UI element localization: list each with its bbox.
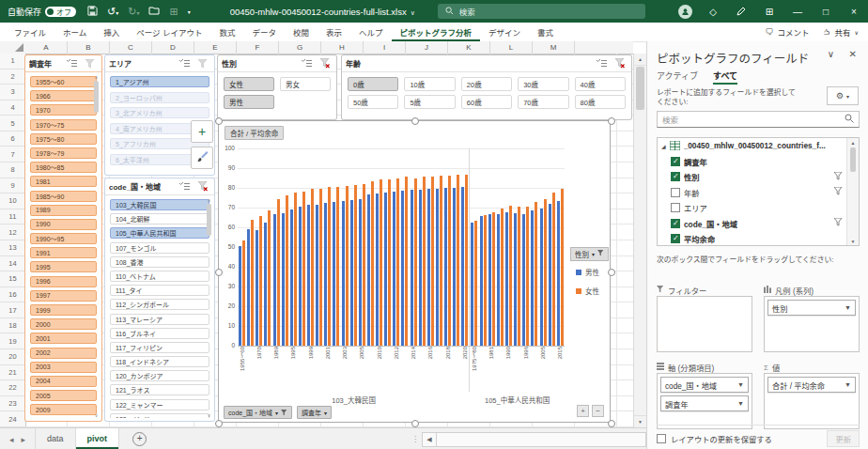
ribbon-tab-表示[interactable]: 表示 — [318, 23, 350, 41]
sheet-next-icon[interactable]: ▸ — [22, 435, 26, 444]
chart-zoom-out-button[interactable]: − — [592, 405, 604, 417]
field-item-調査年[interactable]: 調査年 — [658, 154, 846, 170]
slicer-item[interactable]: 20歳 — [461, 77, 512, 91]
multiselect-icon[interactable] — [177, 179, 193, 194]
column-headers[interactable]: ABCDEFGHIJKLM — [25, 41, 633, 54]
slicer-item[interactable]: 男女 — [280, 77, 331, 91]
legend-drop-zone[interactable]: 性別▼ — [764, 296, 860, 352]
row-header-11[interactable]: 11 — [0, 209, 25, 225]
chart-selection-handle[interactable] — [411, 420, 419, 427]
row-header-9[interactable]: 9 — [0, 178, 25, 194]
ribbon-tab-ホーム[interactable]: ホーム — [54, 23, 95, 41]
values-drop-zone[interactable]: 合計 / 平均余命▼ — [764, 373, 860, 429]
ribbon-tab-データ[interactable]: データ — [244, 23, 286, 41]
slicer-item[interactable]: 113_マレーシア — [110, 314, 209, 325]
slicer-item[interactable]: 1970 — [30, 104, 97, 116]
column-header-C[interactable]: C — [110, 41, 152, 54]
slicer-item[interactable]: 5歳 — [404, 95, 455, 109]
multiselect-icon[interactable] — [64, 56, 80, 70]
account-avatar[interactable] — [671, 0, 699, 23]
row-header-13[interactable]: 13 — [0, 240, 25, 256]
slicer-item[interactable]: 1989 — [30, 205, 97, 216]
chart-legend-field-button[interactable]: 性別▾ — [570, 247, 609, 261]
funnel-icon[interactable] — [834, 187, 843, 197]
row-header-23[interactable]: 23 — [0, 396, 25, 412]
row-header-18[interactable]: 18 — [0, 318, 25, 334]
slicer-item[interactable]: 120_カンボジア — [110, 370, 209, 381]
slicer-item[interactable]: 1990～95 — [30, 233, 97, 244]
slicer-item[interactable]: 80歳 — [575, 95, 626, 109]
document-title[interactable]: 00450-mhlw-00450012-countries-full-list.… — [230, 7, 415, 17]
chart-value-field-button[interactable]: 合計 / 平均余命 — [225, 126, 284, 140]
pane-close-icon[interactable]: ✕ — [849, 49, 857, 59]
area-pill-合計 / 平均余命[interactable]: 合計 / 平均余命▼ — [767, 377, 856, 393]
slicer-item[interactable]: 0歳 — [348, 77, 398, 91]
slicer-item[interactable]: 2002 — [30, 348, 97, 359]
slicer-item[interactable]: 60歳 — [461, 95, 512, 109]
slicer-item[interactable]: 112_シンガポール — [110, 299, 209, 310]
column-header-I[interactable]: I — [364, 41, 406, 54]
row-header-14[interactable]: 14 — [0, 256, 25, 272]
update-button[interactable]: 更新 — [827, 430, 860, 447]
pane-tab-アクティブ[interactable]: アクティブ — [657, 70, 698, 85]
pane-collapse-icon[interactable]: ∨ — [828, 49, 834, 59]
vertical-scrollbar[interactable]: ▲ ▼ — [633, 54, 646, 427]
chart-selection-handle[interactable] — [608, 420, 615, 427]
slicer-item[interactable]: 1970～75 — [30, 119, 97, 131]
area-pill-性別[interactable]: 性別▼ — [767, 300, 856, 316]
row-header-1[interactable]: 1 — [0, 54, 25, 70]
area-pill-調査年[interactable]: 調査年▼ — [660, 395, 749, 411]
chart-selection-handle[interactable] — [215, 117, 223, 125]
row-header-12[interactable]: 12 — [0, 224, 25, 240]
search-box[interactable]: 検索 — [438, 4, 645, 19]
column-header-D[interactable]: D — [152, 41, 194, 54]
row-header-6[interactable]: 6 — [0, 132, 25, 147]
autosave-toggle[interactable]: 自動保存 オフ — [8, 6, 76, 18]
filters-drop-zone[interactable] — [657, 296, 752, 352]
chart-selection-handle[interactable] — [411, 117, 419, 125]
row-header-19[interactable]: 19 — [0, 333, 25, 349]
field-item-code_国・地域[interactable]: code_国・地域 — [658, 216, 846, 232]
field-item-エリア[interactable]: エリア — [658, 200, 846, 216]
row-header-21[interactable]: 21 — [0, 365, 25, 381]
clear-filter-icon[interactable] — [194, 179, 210, 194]
slicer-item[interactable]: 2004 — [30, 376, 97, 387]
slicer-item[interactable]: 40歳 — [575, 77, 626, 91]
ribbon-tab-デザイン[interactable]: デザイン — [480, 23, 529, 41]
hscroll-left-icon[interactable]: ◀ — [422, 432, 437, 447]
multiselect-icon[interactable] — [594, 56, 610, 70]
slicer-item[interactable]: 2003 — [30, 362, 97, 373]
slicer-item[interactable]: 1955～60 — [30, 76, 97, 87]
row-headers[interactable]: 123456789101112131415161718192021222324 — [0, 54, 26, 427]
ribbon-tab-挿入[interactable]: 挿入 — [95, 23, 128, 41]
slicer-item[interactable]: 1981 — [30, 176, 97, 187]
row-header-3[interactable]: 3 — [0, 85, 25, 101]
row-header-8[interactable]: 8 — [0, 163, 25, 178]
slicer-item[interactable]: 103_大韓民国 — [110, 199, 209, 210]
chart-elements-button[interactable]: + — [191, 120, 213, 143]
column-header-A[interactable]: A — [25, 41, 68, 54]
ribbon-tab-校閲[interactable]: 校閲 — [285, 23, 318, 41]
slicer-item[interactable]: 50歳 — [348, 95, 398, 109]
sheet-prev-icon[interactable]: ◂ — [9, 435, 14, 444]
slicer-item[interactable]: 1966 — [30, 90, 97, 101]
pen-icon[interactable] — [727, 0, 755, 23]
share-button[interactable]: 🖒共有∨ — [823, 26, 859, 38]
defer-layout-checkbox[interactable] — [657, 434, 666, 443]
pivot-chart[interactable]: 合計 / 平均余命 01020304050607080901001955～601… — [218, 120, 611, 423]
ribbon-tab-ピボットグラフ分析[interactable]: ピボットグラフ分析 — [392, 23, 481, 41]
column-header-E[interactable]: E — [194, 41, 237, 54]
column-header-K[interactable]: K — [448, 41, 490, 54]
funnel-icon[interactable] — [834, 218, 843, 228]
field-item-平均余命[interactable]: 平均余命 — [658, 231, 846, 246]
row-header-20[interactable]: 20 — [0, 349, 25, 365]
sheet-tab-pivot[interactable]: pivot — [76, 428, 120, 449]
premium-icon[interactable]: ◇ — [699, 0, 727, 23]
axis-drop-zone[interactable]: code_国・地域▼調査年▼ — [657, 373, 752, 429]
slicer-item[interactable]: 1999 — [30, 304, 97, 316]
field-checkbox[interactable] — [671, 219, 680, 228]
multiselect-icon[interactable] — [299, 56, 315, 70]
slicer-item[interactable]: 男性 — [224, 95, 274, 109]
column-header-B[interactable]: B — [68, 41, 110, 54]
slicer-item[interactable]: 1_アジア州 — [110, 76, 209, 87]
